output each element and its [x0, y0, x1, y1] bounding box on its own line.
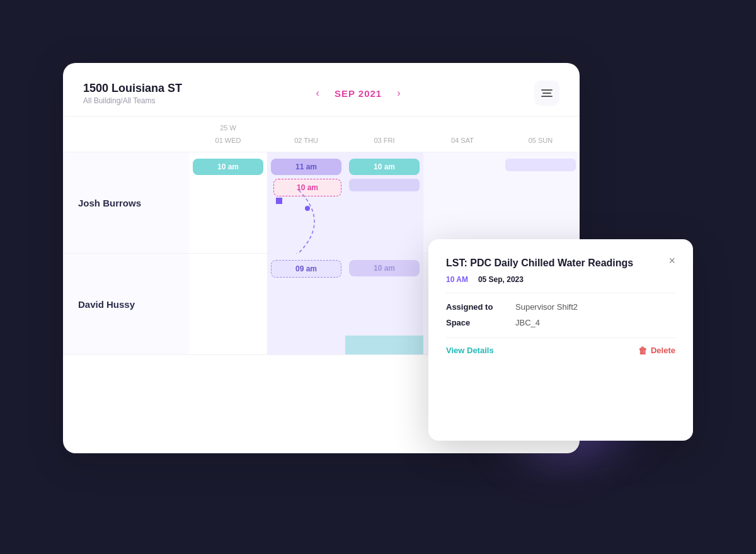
david-cell-fri: 10 am [345, 254, 423, 354]
week-filler-3 [423, 122, 501, 134]
popup-divider [446, 293, 675, 293]
david-cell-thu: 09 am [267, 254, 345, 354]
space-label: Space [446, 318, 515, 327]
location-subtitle: All Building/All Teams [83, 96, 182, 105]
staff-row-josh: Josh Burrows 10 am 11 am 10 am [63, 152, 580, 254]
staff-name-david: David Hussy [78, 299, 135, 310]
day-header-row: 01 WED 02 THU 03 FRI 04 SAT 05 SUN [63, 134, 580, 152]
popup-footer: View Details 🗑 Delete [446, 337, 675, 356]
day-header-sun: 05 SUN [501, 134, 580, 147]
josh-shift-thu-selected[interactable]: 10 am [273, 179, 341, 196]
view-details-button[interactable]: View Details [446, 346, 494, 355]
day-header-fri: 03 FRI [345, 134, 423, 147]
josh-shift-wed[interactable]: 10 am [193, 159, 263, 175]
josh-cell-thu: 11 am 10 am [267, 152, 345, 253]
week-header-row: 25 W [63, 116, 580, 134]
david-cell-wed [189, 254, 267, 354]
david-shift-fri[interactable]: 10 am [349, 260, 420, 276]
staff-name-col-josh: Josh Burrows [63, 152, 189, 253]
staff-name-col-david: David Hussy [63, 254, 189, 354]
header-location: 1500 Louisiana ST All Building/All Teams [83, 82, 182, 105]
shift-dot-indicator [276, 198, 282, 204]
david-fri-teal [345, 336, 423, 354]
day-header-wed: 01 WED [189, 134, 267, 147]
staff-name-josh: Josh Burrows [78, 198, 141, 208]
popup-space-row: Space JBC_4 [446, 318, 675, 327]
menu-line-3 [541, 96, 553, 97]
josh-day-cells: 10 am 11 am 10 am [189, 152, 580, 253]
josh-cell-sat [423, 152, 501, 253]
day-header-thu: 02 THU [267, 134, 345, 147]
day-header-spacer [63, 134, 189, 147]
assigned-label: Assigned to [446, 302, 515, 312]
next-month-button[interactable]: › [392, 85, 405, 101]
delete-label: Delete [651, 346, 675, 355]
josh-cell-fri: 10 am [345, 152, 423, 253]
delete-button[interactable]: 🗑 Delete [638, 346, 675, 356]
popup-header: LST: PDC Daily Chilled Water Readings × [446, 257, 675, 270]
month-navigation: ‹ SEP 2021 › [311, 85, 406, 101]
popup-meta: 10 AM 05 Sep, 2023 [446, 275, 675, 284]
week-filler-4 [501, 122, 580, 134]
josh-cell-wed: 10 am [189, 152, 267, 253]
popup-title: LST: PDC Daily Chilled Water Readings [446, 257, 633, 270]
week-filler-1 [267, 122, 345, 134]
josh-shift-fri[interactable]: 10 am [349, 159, 420, 175]
josh-sun-block [505, 159, 576, 171]
popup-date: 05 Sep, 2023 [478, 275, 524, 284]
josh-fri-extra [349, 179, 420, 191]
popup-time: 10 AM [446, 275, 468, 284]
popup-close-button[interactable]: × [668, 254, 675, 268]
trash-icon: 🗑 [638, 346, 647, 356]
week-filler-2 [345, 122, 423, 134]
event-popup: LST: PDC Daily Chilled Water Readings × … [428, 239, 693, 441]
day-header-sat: 04 SAT [423, 134, 501, 147]
week-spacer [63, 122, 189, 134]
josh-cell-sun [501, 152, 580, 253]
prev-month-button[interactable]: ‹ [311, 85, 324, 101]
space-value: JBC_4 [515, 318, 540, 327]
popup-assigned-row: Assigned to Supervisor Shift2 [446, 302, 675, 312]
current-month-label: SEP 2021 [335, 88, 382, 99]
calendar-header: 1500 Louisiana ST All Building/All Teams… [63, 63, 580, 116]
david-shift-thu-9am[interactable]: 09 am [271, 260, 341, 278]
location-title: 1500 Louisiana ST [83, 82, 182, 95]
week-number-label: 25 W [189, 122, 267, 134]
menu-line-2 [542, 93, 551, 94]
assigned-value: Supervisor Shift2 [515, 302, 578, 312]
menu-line-1 [541, 89, 553, 91]
josh-shift-thu-11am[interactable]: 11 am [271, 159, 341, 175]
menu-button[interactable] [534, 81, 559, 106]
